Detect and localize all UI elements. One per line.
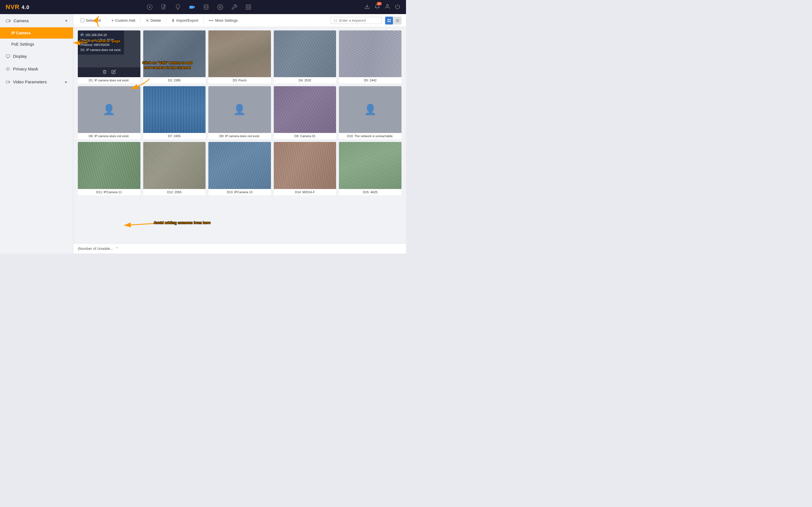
offline-person-icon-d10: 👤 xyxy=(364,104,377,115)
camera-grid: IP: 192.168.254.10 Management Port: 8000… xyxy=(73,27,406,243)
app-version: 4.0 xyxy=(22,4,30,10)
topbar-right: 32 xyxy=(364,4,400,10)
display-icon xyxy=(6,54,10,59)
camera-thumb-d10: 👤 xyxy=(339,86,402,133)
sidebar-item-display-section[interactable]: Display xyxy=(0,50,73,62)
svg-rect-13 xyxy=(249,8,251,9)
toolbar-sep-1 xyxy=(106,18,106,23)
camera-label-d1: D1: IP camera does not exist. xyxy=(78,77,140,83)
sidebar-video-params-expand: ▸ xyxy=(65,79,67,84)
svg-rect-28 xyxy=(389,19,391,20)
camera-cell-d11[interactable]: D11: IPCamera 11 xyxy=(78,142,140,195)
user-icon[interactable] xyxy=(385,4,390,10)
nav-camera[interactable] xyxy=(189,4,195,10)
svg-rect-10 xyxy=(246,5,248,6)
delete-button[interactable]: ✕ Delete xyxy=(143,17,164,24)
svg-point-9 xyxy=(219,6,221,8)
sidebar-privacy-label: Privacy Mask xyxy=(13,66,38,71)
camera-cell-d4[interactable]: D4: 2532 xyxy=(274,31,336,83)
camera-thumb-d5 xyxy=(339,31,402,77)
nav-smart[interactable] xyxy=(175,4,181,10)
offline-person-icon-d8: 👤 xyxy=(233,104,246,115)
sidebar-item-privacy-section[interactable]: Privacy Mask xyxy=(0,62,73,75)
select-all-checkbox[interactable] xyxy=(81,18,84,22)
more-settings-button[interactable]: ••• More Settings xyxy=(206,17,241,24)
nav-maintenance[interactable] xyxy=(231,4,238,10)
bell-icon[interactable]: 32 xyxy=(374,4,380,10)
sidebar-expand-icon: ▾ xyxy=(65,18,67,23)
camera-label-d2: D2: 2385 xyxy=(143,77,206,83)
notification-badge: 32 xyxy=(377,2,382,5)
camera-thumb-d1: IP: 192.168.254.10 Management Port: 8000… xyxy=(78,31,140,77)
camera-cell-d6[interactable]: 👤 D6: IP camera does not exist. xyxy=(78,86,140,139)
search-input[interactable] xyxy=(339,18,378,22)
camera-thumb-d2 xyxy=(143,31,206,77)
unadded-label: (Number of Unadde... xyxy=(78,246,113,251)
camera-cell-d8[interactable]: 👤 D8: IP camera does not exist. xyxy=(208,86,271,139)
camera-label-d10: D10: The network is unreachable. xyxy=(339,133,402,139)
camera-label-d8: D8: IP camera does not exist. xyxy=(208,133,271,139)
download-icon[interactable] xyxy=(364,4,370,10)
svg-rect-12 xyxy=(246,8,248,9)
sidebar-item-video-params-section[interactable]: Video Parameters ▸ xyxy=(0,75,73,89)
custom-add-button[interactable]: + Custom Add xyxy=(108,16,138,25)
toolbar-search[interactable] xyxy=(331,17,382,24)
topbar: NVR 4.0 xyxy=(0,0,406,14)
camera-cell-d12[interactable]: D12: 2055 xyxy=(143,142,206,195)
main-content: Select All + Custom Add ✕ Delete ⬆ Impor… xyxy=(73,14,406,253)
nav-layout[interactable] xyxy=(245,4,252,10)
collapse-icon[interactable]: ⌃ xyxy=(115,246,119,251)
camera-label-d14: D14: M2014-F xyxy=(274,189,336,195)
import-export-label: Import/Export xyxy=(176,18,198,22)
search-icon xyxy=(334,18,338,22)
svg-rect-23 xyxy=(6,81,9,83)
svg-point-25 xyxy=(334,19,337,21)
toolbar-sep-3 xyxy=(166,18,166,23)
camera-cell-d13[interactable]: D13: IPCamera 13 xyxy=(208,142,271,195)
sidebar-section-camera[interactable]: Camera ▾ xyxy=(0,14,73,27)
grid-view-button[interactable] xyxy=(385,17,393,24)
camera-cell-d1[interactable]: IP: 192.168.254.10 Management Port: 8000… xyxy=(78,31,140,83)
camera-cell-d3[interactable]: D3: Porch xyxy=(208,31,271,83)
camera-cell-d10[interactable]: 👤 D10: The network is unreachable. xyxy=(339,86,402,139)
custom-add-label: Custom Add xyxy=(115,18,135,22)
svg-rect-19 xyxy=(6,55,10,57)
sidebar: Camera ▾ IP Camera PoE Settings Display … xyxy=(0,14,73,253)
import-export-icon: ⬆ xyxy=(171,18,175,23)
camera-cell-d5[interactable]: D5: 2442 xyxy=(339,31,402,83)
toolbar-sep-2 xyxy=(140,18,141,23)
camera-thumb-d4 xyxy=(274,31,336,77)
nav-playback[interactable] xyxy=(147,4,153,10)
camera-edit-btn-d1[interactable] xyxy=(111,69,116,75)
camera-thumb-d7 xyxy=(143,86,206,133)
select-all-button[interactable]: Select All xyxy=(78,17,103,24)
power-icon[interactable] xyxy=(395,4,400,10)
list-view-button[interactable] xyxy=(394,17,402,24)
sidebar-item-poe-settings[interactable]: PoE Settings xyxy=(0,39,73,50)
camera-cell-d15[interactable]: D15: 4A25 xyxy=(339,142,402,195)
camera-thumb-d13 xyxy=(208,142,271,189)
nav-settings[interactable] xyxy=(217,4,223,10)
camera-cell-d14[interactable]: D14: M2014-F xyxy=(274,142,336,195)
svg-line-26 xyxy=(336,21,337,22)
camera-cell-d2[interactable]: D2: 2385 xyxy=(143,31,206,83)
nav-file[interactable] xyxy=(161,4,167,10)
svg-point-15 xyxy=(387,4,389,6)
camera-cell-d9[interactable]: D9: Camera 01 xyxy=(274,86,336,139)
camera-delete-btn-d1[interactable] xyxy=(102,69,107,75)
nav-storage[interactable] xyxy=(203,4,209,10)
sidebar-item-ip-camera[interactable]: IP Camera xyxy=(0,27,73,39)
camera-label-d3: D3: Porch xyxy=(208,77,271,83)
camera-actions-d1 xyxy=(78,67,140,77)
privacy-icon xyxy=(6,67,10,71)
camera-section-icon xyxy=(6,18,11,23)
camera-cell-d7[interactable]: D7: 2455 xyxy=(143,86,206,139)
import-export-button[interactable]: ⬆ Import/Export xyxy=(168,17,201,24)
svg-point-22 xyxy=(7,68,8,69)
camera-label-d15: D15: 4A25 xyxy=(339,189,402,195)
camera-thumb-d9 xyxy=(274,86,336,133)
svg-marker-1 xyxy=(149,6,151,8)
camera-label-d9: D9: Camera 01 xyxy=(274,133,336,139)
camera-thumb-d8: 👤 xyxy=(208,86,271,133)
camera-label-d7: D7: 2455 xyxy=(143,133,206,139)
